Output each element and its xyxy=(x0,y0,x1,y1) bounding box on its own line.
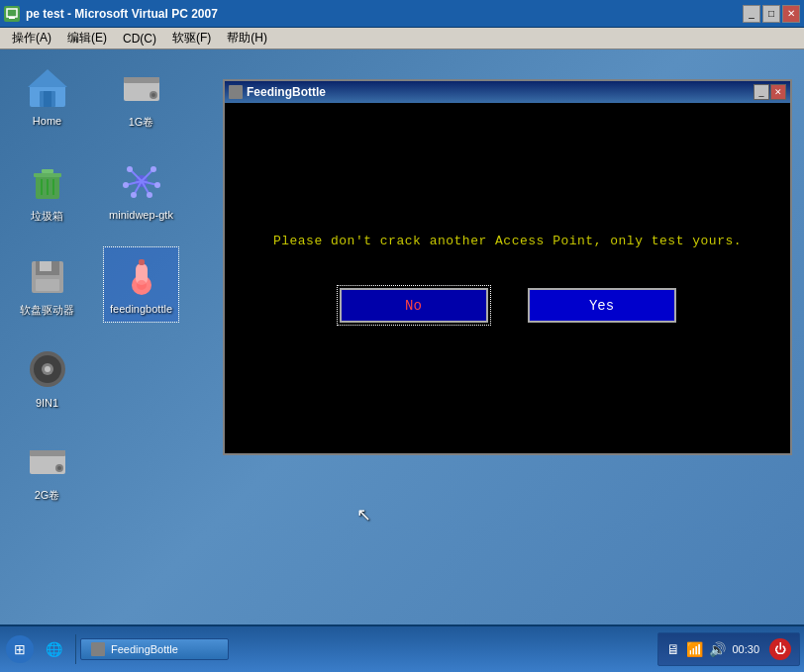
trash-label: 垃圾箱 xyxy=(31,209,63,224)
taskbar-window-button[interactable]: FeedingBottle xyxy=(80,638,229,660)
window-controls: _ □ ✕ xyxy=(743,5,800,23)
icon-1g[interactable]: 1G卷 xyxy=(104,59,178,134)
start-icon: ⊞ xyxy=(4,633,36,665)
svg-text:⊞: ⊞ xyxy=(14,641,26,657)
dialog-close-button[interactable]: ✕ xyxy=(770,84,786,100)
taskbar-window-icon xyxy=(91,642,105,656)
icon-9in1[interactable]: 9IN1 xyxy=(10,341,84,413)
yes-button[interactable]: Yes xyxy=(528,288,676,323)
menu-edit[interactable]: 编辑(E) xyxy=(59,28,115,48)
disk-1g-label: 1G卷 xyxy=(129,115,154,130)
9in1-label: 9IN1 xyxy=(36,397,58,409)
taskbar: ⊞ 🌐 FeedingBottle 🖥 📶 🔊 00:30 ⏻ xyxy=(0,624,804,672)
trash-icon-img xyxy=(24,157,71,205)
floppy-icon-img xyxy=(24,251,71,299)
network-tray-icon[interactable]: 📶 xyxy=(686,641,703,657)
svg-point-23 xyxy=(127,166,133,172)
restore-button[interactable]: □ xyxy=(762,5,780,23)
speaker-icon-img xyxy=(24,345,71,393)
taskbar-divider xyxy=(75,634,76,664)
icon-row-4: 9IN1 xyxy=(10,341,178,413)
svg-point-25 xyxy=(123,182,129,188)
feedingbottle-label: feedingbottle xyxy=(110,303,172,315)
taskbar-window-label: FeedingBottle xyxy=(111,643,178,655)
icon-row-3: 软盘驱动器 feedingbottle xyxy=(10,247,178,322)
taskbar-browser-icon[interactable]: 🌐 xyxy=(44,639,63,659)
svg-point-24 xyxy=(151,166,156,172)
svg-point-44 xyxy=(57,466,61,470)
window-title: pe test - Microsoft Virtual PC 2007 xyxy=(26,7,743,21)
home-label: Home xyxy=(33,115,61,127)
disk-2g-label: 2G卷 xyxy=(35,488,60,503)
icon-row-2: 垃圾箱 xyxy=(10,153,178,228)
dialog-window-controls: _ ✕ xyxy=(754,84,786,100)
menu-cd[interactable]: CD(C) xyxy=(115,30,164,48)
feedingbottle-icon-img xyxy=(118,251,165,299)
no-button[interactable]: No xyxy=(340,288,488,323)
system-clock: 00:30 xyxy=(732,643,759,655)
menu-floppy[interactable]: 软驱(F) xyxy=(164,28,219,48)
power-button[interactable]: ⏻ xyxy=(769,638,791,660)
power-icon: ⏻ xyxy=(774,642,786,656)
svg-point-28 xyxy=(147,192,152,198)
svg-marker-3 xyxy=(28,69,67,87)
floppy-label: 软盘驱动器 xyxy=(20,303,74,318)
outer-window: pe test - Microsoft Virtual PC 2007 _ □ … xyxy=(0,0,804,672)
menu-bar: 操作(A) 编辑(E) CD(C) 软驱(F) 帮助(H) xyxy=(0,28,804,49)
icon-home[interactable]: Home xyxy=(10,59,84,134)
dialog-minimize-button[interactable]: _ xyxy=(754,84,769,100)
monitor-tray-icon[interactable]: 🖥 xyxy=(666,641,680,657)
icon-trash[interactable]: 垃圾箱 xyxy=(10,153,84,228)
svg-rect-1 xyxy=(9,17,15,19)
icon-row-1: Home 1G卷 xyxy=(10,59,178,134)
svg-point-36 xyxy=(137,280,147,290)
svg-rect-0 xyxy=(7,9,17,17)
home-icon-img xyxy=(24,63,71,111)
dialog-icon xyxy=(229,85,243,99)
svg-rect-32 xyxy=(36,279,59,291)
icon-row-5: 2G卷 xyxy=(10,432,178,507)
svg-rect-12 xyxy=(42,169,53,173)
volume-tray-icon[interactable]: 🔊 xyxy=(709,641,726,657)
minidwep-label: minidwep-gtk xyxy=(109,209,173,221)
svg-point-26 xyxy=(154,182,160,188)
dialog-title: FeedingBottle xyxy=(247,85,754,99)
dialog-buttons: No Yes xyxy=(340,288,676,323)
dialog-title-bar: FeedingBottle _ ✕ xyxy=(225,81,790,103)
dialog-window: FeedingBottle _ ✕ Please don't crack ano… xyxy=(223,79,792,455)
disk-2g-icon-img xyxy=(24,436,71,484)
menu-action[interactable]: 操作(A) xyxy=(4,28,59,48)
desktop: Home 1G卷 xyxy=(0,49,804,624)
system-tray: 🖥 📶 🔊 00:30 ⏻ xyxy=(657,632,800,666)
svg-rect-31 xyxy=(40,261,51,271)
mouse-cursor: ↖ xyxy=(356,504,371,526)
dialog-message: Please don't crack another Access Point,… xyxy=(273,234,742,248)
svg-point-40 xyxy=(45,366,50,372)
icon-floppy[interactable]: 软盘驱动器 xyxy=(10,247,84,322)
app-icon xyxy=(4,6,20,22)
svg-rect-42 xyxy=(30,450,65,456)
dialog-content: Please don't crack another Access Point,… xyxy=(225,103,790,453)
title-bar: pe test - Microsoft Virtual PC 2007 _ □ … xyxy=(0,0,804,28)
icon-minidwep[interactable]: minidwep-gtk xyxy=(104,153,178,228)
desktop-icons: Home 1G卷 xyxy=(0,49,188,517)
taskbar-quick-icons: 🌐 xyxy=(44,639,63,659)
close-button[interactable]: ✕ xyxy=(782,5,800,23)
minidwep-icon-img xyxy=(118,157,165,205)
icon-feedingbottle[interactable]: feedingbottle xyxy=(104,247,178,322)
menu-help[interactable]: 帮助(H) xyxy=(219,28,275,48)
svg-point-27 xyxy=(131,192,137,198)
start-area: ⊞ xyxy=(4,633,36,665)
minimize-button[interactable]: _ xyxy=(743,5,760,23)
disk-1g-icon-img xyxy=(118,63,165,111)
svg-rect-11 xyxy=(34,173,61,177)
icon-2g[interactable]: 2G卷 xyxy=(10,432,84,507)
svg-rect-35 xyxy=(139,259,145,265)
svg-point-9 xyxy=(151,93,155,97)
svg-rect-7 xyxy=(124,77,159,83)
svg-rect-5 xyxy=(44,91,51,107)
